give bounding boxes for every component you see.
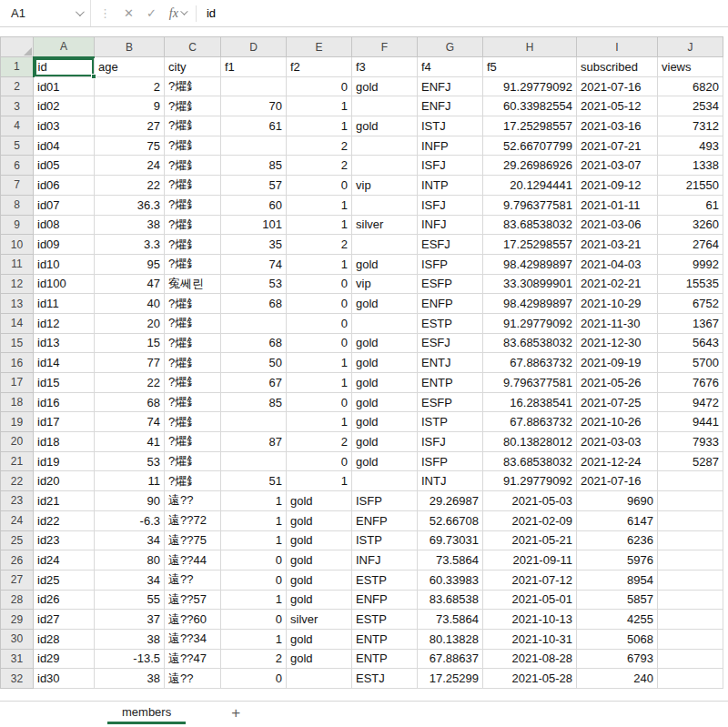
cell-E8[interactable]: 1: [287, 195, 352, 215]
cell-F25[interactable]: ISTP: [352, 530, 418, 550]
cell-J15[interactable]: 5643: [658, 333, 723, 353]
cell-B27[interactable]: 34: [95, 570, 165, 590]
cell-A14[interactable]: id12: [34, 313, 95, 333]
cell-J10[interactable]: 2764: [658, 235, 723, 255]
cell-H26[interactable]: 2021-09-11: [483, 550, 577, 570]
cell-F6[interactable]: [352, 156, 418, 176]
row-header-12[interactable]: 12: [1, 274, 34, 294]
row-header-32[interactable]: 32: [1, 669, 34, 689]
cell-D26[interactable]: 0: [221, 550, 287, 570]
cell-B31[interactable]: -13.5: [95, 649, 165, 669]
cell-E10[interactable]: 2: [287, 235, 352, 255]
cell-G29[interactable]: 73.5864: [418, 610, 483, 630]
cell-H9[interactable]: 83.68538032: [483, 215, 577, 235]
cell-A10[interactable]: id09: [34, 235, 95, 255]
cell-I15[interactable]: 2021-12-30: [577, 333, 658, 353]
cell-H5[interactable]: 52.66707799: [483, 136, 577, 156]
cell-I3[interactable]: 2021-05-12: [577, 96, 658, 116]
cell-E6[interactable]: 2: [287, 156, 352, 176]
cell-I27[interactable]: 8954: [577, 570, 658, 590]
cell-F18[interactable]: gold: [352, 392, 418, 412]
cell-A7[interactable]: id06: [34, 176, 95, 196]
cell-J22[interactable]: [658, 471, 723, 491]
cell-H21[interactable]: 83.68538032: [483, 451, 577, 471]
cell-I11[interactable]: 2021-04-03: [577, 254, 658, 274]
cell-H23[interactable]: 2021-05-03: [483, 491, 577, 511]
insert-function-icon[interactable]: fx: [163, 1, 180, 26]
cell-B23[interactable]: 90: [95, 491, 165, 511]
cell-I24[interactable]: 6147: [577, 510, 658, 530]
cell-B14[interactable]: 20: [95, 313, 165, 333]
cell-J32[interactable]: [658, 669, 723, 689]
cell-D4[interactable]: 61: [221, 116, 287, 136]
cell-H22[interactable]: 91.29779092: [483, 471, 577, 491]
cell-G28[interactable]: 83.68538: [418, 590, 483, 610]
cell-G19[interactable]: ISTP: [418, 412, 483, 432]
row-header-17[interactable]: 17: [1, 373, 34, 393]
cell-F16[interactable]: gold: [352, 353, 418, 373]
cell-C16[interactable]: ?爠釒: [165, 353, 221, 373]
cell-C27[interactable]: 遠??: [165, 570, 221, 590]
cell-E13[interactable]: 0: [287, 294, 352, 314]
cell-J19[interactable]: 9441: [658, 412, 723, 432]
column-header-G[interactable]: G: [418, 37, 483, 57]
cell-J13[interactable]: 6752: [658, 294, 723, 314]
cell-I32[interactable]: 240: [577, 669, 658, 689]
cell-E28[interactable]: gold: [287, 590, 352, 610]
cell-G6[interactable]: ISFJ: [418, 156, 483, 176]
cell-C14[interactable]: ?爠釒: [165, 313, 221, 333]
cell-J8[interactable]: 61: [658, 195, 723, 215]
cell-F12[interactable]: vip: [352, 274, 418, 294]
cell-J3[interactable]: 2534: [658, 96, 723, 116]
cell-B29[interactable]: 37: [95, 610, 165, 630]
cell-E4[interactable]: 1: [287, 116, 352, 136]
cell-D14[interactable]: [221, 313, 287, 333]
cell-G31[interactable]: 67.88637: [418, 649, 483, 669]
cell-D16[interactable]: 50: [221, 353, 287, 373]
cell-F3[interactable]: [352, 96, 418, 116]
cell-H14[interactable]: 91.29779092: [483, 313, 577, 333]
cell-J12[interactable]: 15535: [658, 274, 723, 294]
cell-J7[interactable]: 21550: [658, 176, 723, 196]
cell-E11[interactable]: 1: [287, 254, 352, 274]
cell-J27[interactable]: [658, 570, 723, 590]
add-sheet-button[interactable]: +: [224, 702, 248, 724]
formula-input[interactable]: id: [203, 6, 216, 20]
cell-F1[interactable]: f3: [352, 57, 418, 77]
cell-F30[interactable]: ENTP: [352, 629, 418, 649]
cell-C18[interactable]: ?爠釒: [165, 392, 221, 412]
cell-D11[interactable]: 74: [221, 254, 287, 274]
cell-I16[interactable]: 2021-09-19: [577, 353, 658, 373]
cell-F7[interactable]: vip: [352, 176, 418, 196]
cell-I18[interactable]: 2021-07-25: [577, 392, 658, 412]
cell-D3[interactable]: 70: [221, 96, 287, 116]
cell-G22[interactable]: INTJ: [418, 471, 483, 491]
row-header-23[interactable]: 23: [1, 491, 34, 511]
cell-H8[interactable]: 9.796377581: [483, 195, 577, 215]
cell-B3[interactable]: 9: [95, 96, 165, 116]
column-header-I[interactable]: I: [577, 37, 658, 57]
cell-A30[interactable]: id28: [34, 629, 95, 649]
cell-B13[interactable]: 40: [95, 294, 165, 314]
cell-C2[interactable]: ?爠釒: [165, 76, 221, 96]
row-header-7[interactable]: 7: [1, 176, 34, 196]
cell-A19[interactable]: id17: [34, 412, 95, 432]
cell-F2[interactable]: gold: [352, 76, 418, 96]
row-header-14[interactable]: 14: [1, 313, 34, 333]
cell-H18[interactable]: 16.2838541: [483, 392, 577, 412]
cell-G26[interactable]: 73.5864: [418, 550, 483, 570]
cell-H4[interactable]: 17.25298557: [483, 116, 577, 136]
row-header-21[interactable]: 21: [1, 451, 34, 471]
cell-G17[interactable]: ENTP: [418, 373, 483, 393]
cell-F29[interactable]: ESTP: [352, 610, 418, 630]
cell-I31[interactable]: 6793: [577, 649, 658, 669]
cell-E23[interactable]: gold: [287, 491, 352, 511]
cell-I6[interactable]: 2021-03-07: [577, 156, 658, 176]
cell-A15[interactable]: id13: [34, 333, 95, 353]
cell-A24[interactable]: id22: [34, 510, 95, 530]
cell-F32[interactable]: ESTJ: [352, 669, 418, 689]
cell-E29[interactable]: silver: [287, 610, 352, 630]
cell-D24[interactable]: 1: [221, 510, 287, 530]
cell-J18[interactable]: 9472: [658, 392, 723, 412]
cell-C6[interactable]: ?爠釒: [165, 156, 221, 176]
